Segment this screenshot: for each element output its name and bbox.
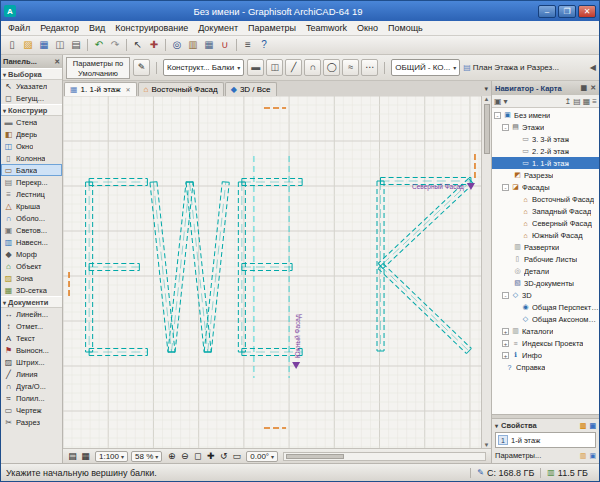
menu-item-Вид[interactable]: Вид	[84, 22, 110, 34]
tree-item-3D-документы[interactable]: ▧3D-документы	[492, 277, 599, 289]
zoom-select[interactable]: 58 % ▾	[131, 451, 162, 462]
help-icon[interactable]: ?	[256, 37, 272, 53]
tool-Выносн...[interactable]: ⚑Выносн...	[1, 344, 62, 356]
props-copy-icon[interactable]: ▥	[580, 422, 587, 429]
teamwork-share-icon[interactable]: ◫	[52, 37, 68, 53]
tool-Бегущ...[interactable]: ◻Бегущ...	[1, 92, 62, 104]
navigator-header[interactable]: Навигатор - Карта ▦✕	[492, 81, 599, 95]
tool-Балка[interactable]: ▭Балка	[1, 164, 62, 176]
menu-item-Помощь[interactable]: Помощь	[383, 22, 428, 34]
tree-item-Без имени[interactable]: -▣Без имени	[492, 109, 599, 121]
fit-in-window-icon[interactable]: ▭	[230, 451, 243, 461]
layer-select[interactable]: ОБЩИЙ - КО... ▾	[391, 59, 460, 76]
pick-up-parameters-icon[interactable]: ↖	[130, 37, 146, 53]
tool-Дверь[interactable]: ◧Дверь	[1, 128, 62, 140]
tab-close-icon[interactable]: ✕	[126, 86, 131, 93]
tool-Лестниц[interactable]: ≡Лестниц	[1, 188, 62, 200]
tree-item-2. 2-й этаж[interactable]: ▭2. 2-й этаж	[492, 145, 599, 157]
properties-header[interactable]: ▾ Свойства ▥▣	[492, 419, 599, 432]
drawing-canvas[interactable]: Северный ФасадЮжный Фасад	[63, 96, 481, 448]
more-options-icon[interactable]: ⋯	[361, 59, 378, 76]
toolbox-section-Документи[interactable]: ▾Документи	[1, 296, 62, 308]
tree-item-3D[interactable]: -◇3D	[492, 289, 599, 301]
up-level-icon[interactable]: ↥	[565, 97, 572, 106]
rotation-select[interactable]: 0.00° ▾	[246, 451, 278, 462]
menu-item-Файл[interactable]: Файл	[3, 22, 35, 34]
orbit-icon[interactable]: ↺	[217, 451, 230, 461]
menu-item-Teamwork[interactable]: Teamwork	[301, 22, 352, 34]
tool-Крыша[interactable]: △Крыша	[1, 200, 62, 212]
pan-icon[interactable]: ✚	[204, 451, 217, 461]
find-select-icon[interactable]: ◎	[169, 37, 185, 53]
close-button[interactable]: ✕	[578, 5, 596, 18]
tree-item-Восточный Фасад[interactable]: ⌂Восточный Фасад	[492, 193, 599, 205]
navigator-close-icon[interactable]: ✕	[590, 84, 596, 91]
tree-item-Северный Фасад[interactable]: ⌂Северный Фасад	[492, 217, 599, 229]
menu-item-Параметры[interactable]: Параметры	[243, 22, 301, 34]
grid-snap-icon[interactable]: ▦	[201, 37, 217, 53]
tree-expander-icon[interactable]: -	[502, 124, 509, 131]
toolbox-close-icon[interactable]: ✕	[54, 58, 60, 66]
menu-item-Окно[interactable]: Окно	[352, 22, 383, 34]
redo-icon[interactable]: ↷	[107, 37, 123, 53]
tool-Колонна[interactable]: ▯Колонна	[1, 152, 62, 164]
tool-Навесн...[interactable]: ▥Навесн...	[1, 236, 62, 248]
tree-item-1. 1-й этаж[interactable]: ▭1. 1-й этаж	[492, 157, 599, 169]
tool-Текст[interactable]: AТекст	[1, 332, 62, 344]
tool-Перекр...[interactable]: ▤Перекр...	[1, 176, 62, 188]
params-button[interactable]: Параметры...	[495, 451, 541, 460]
geometry-arc-icon[interactable]: ∩	[304, 59, 321, 76]
tool-Линия[interactable]: ╱Линия	[1, 368, 62, 380]
vertical-scroll-thumb[interactable]	[484, 104, 490, 154]
menu-item-Документ[interactable]: Документ	[193, 22, 243, 34]
undo-icon[interactable]: ↶	[91, 37, 107, 53]
list-view-icon[interactable]: ▦	[583, 97, 591, 106]
tree-item-Индексы Проекта[interactable]: +≡Индексы Проекта	[492, 337, 599, 349]
toolbox-section-Выборка[interactable]: ▾Выборка	[1, 68, 62, 80]
nav-settings-icon[interactable]: ≡	[592, 97, 597, 106]
tool-Стена[interactable]: ▬Стена	[1, 116, 62, 128]
tool-Штрих...[interactable]: ▨Штрих...	[1, 356, 62, 368]
tree-item-Рабочие Листы[interactable]: ▯Рабочие Листы	[492, 253, 599, 265]
navigator-views-icon[interactable]: ▦	[581, 84, 588, 91]
tree-expander-icon[interactable]: +	[502, 340, 509, 347]
toolbox-section-Конструир[interactable]: ▾Конструир	[1, 104, 62, 116]
tree-item-Южный Фасад[interactable]: ⌂Южный Фасад	[492, 229, 599, 241]
project-chooser-arrow-icon[interactable]: ▾	[504, 97, 508, 106]
tree-item-Фасады[interactable]: -◪Фасады	[492, 181, 599, 193]
tree-item-Развертки[interactable]: ▥Развертки	[492, 241, 599, 253]
pen-sets-icon[interactable]: ▦	[79, 451, 92, 461]
zoom-box-icon[interactable]: ◻	[191, 451, 204, 461]
tree-item-3. 3-й этаж[interactable]: ▭3. 3-й этаж	[492, 133, 599, 145]
tab-3D / Все[interactable]: ◆3D / Все	[225, 82, 277, 96]
tab-overflow-button[interactable]: ▾	[484, 85, 488, 93]
menu-item-Редактор[interactable]: Редактор	[35, 22, 84, 34]
beam-straight-icon[interactable]: ▬	[247, 59, 264, 76]
new-document-icon[interactable]: ▯	[4, 37, 20, 53]
scale-select[interactable]: 1:100 ▾	[95, 451, 128, 462]
tree-item-Каталоги[interactable]: +▥Каталоги	[492, 325, 599, 337]
tab-1. 1-й этаж[interactable]: ▦1. 1-й этаж✕	[64, 82, 137, 96]
tree-item-Инфо[interactable]: +ℹИнфо	[492, 349, 599, 361]
layers-icon[interactable]: ▥	[185, 37, 201, 53]
tool-context-select[interactable]: Конструкт... Балки ▾	[163, 59, 244, 76]
props-copy-icon[interactable]: ▥	[580, 452, 587, 459]
minimize-button[interactable]: –	[538, 5, 556, 18]
current-story-field[interactable]: 1 1-й этаж	[495, 432, 596, 448]
props-settings-icon[interactable]: ▣	[589, 422, 596, 429]
edit-settings-icon[interactable]: ✎	[133, 59, 150, 76]
zoom-in-icon[interactable]: ⊕	[165, 451, 178, 461]
props-settings-icon[interactable]: ▣	[589, 452, 596, 459]
tool-Чертеж[interactable]: ▭Чертеж	[1, 404, 62, 416]
quick-options-icon[interactable]: ▤	[66, 451, 79, 461]
zoom-out-icon[interactable]: ⊖	[178, 451, 191, 461]
geometry-spline-icon[interactable]: ≈	[342, 59, 359, 76]
save-icon[interactable]: ▦	[36, 37, 52, 53]
beam-profile-icon[interactable]: ◫	[266, 59, 283, 76]
tool-Отмет...[interactable]: ↕Отмет...	[1, 320, 62, 332]
tree-expander-icon[interactable]: +	[502, 328, 509, 335]
tree-item-Общая Аксонометрия[interactable]: ◇Общая Аксонометрия	[492, 313, 599, 325]
tree-expander-icon[interactable]: -	[502, 292, 509, 299]
view-settings-label[interactable]: ▤ План Этажа и Разрез...	[463, 63, 559, 72]
collapse-toolbar-icon[interactable]: ◀	[590, 63, 596, 72]
